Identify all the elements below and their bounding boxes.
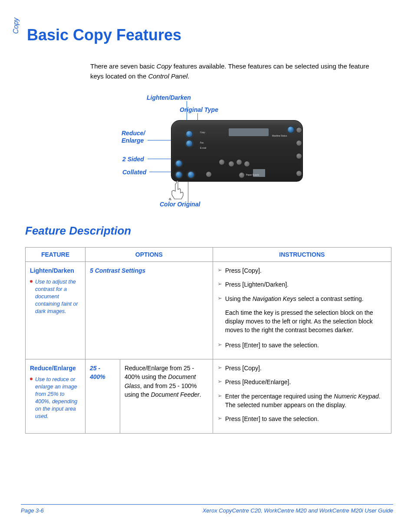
feature-desc: Use to reduce or enlarge an image from 2… bbox=[30, 376, 81, 420]
lead-paragraph: There are seven basic Copy features avai… bbox=[90, 62, 376, 81]
cell-options: 5 Contrast Settings bbox=[85, 262, 213, 359]
instr-step: Press [Copy]. bbox=[217, 364, 387, 372]
lead-copy: Copy bbox=[157, 62, 172, 70]
side-tab: Copy bbox=[12, 18, 20, 34]
option-label: 5 Contrast Settings bbox=[90, 267, 145, 274]
label-reduce-enlarge-b: Enlarge bbox=[122, 137, 144, 144]
instr-note: Each time the key is pressed the selecti… bbox=[217, 308, 387, 335]
option-label: 25 - 400% bbox=[90, 365, 105, 380]
instr-pre: Enter the percentage required using the bbox=[225, 393, 334, 400]
label-collated: Collated bbox=[122, 169, 146, 176]
th-options: OPTIONS bbox=[85, 248, 213, 262]
instr-step: Using the Navigation Keys select a contr… bbox=[217, 294, 387, 303]
opt-it2: Document Feeder bbox=[151, 391, 200, 398]
feature-desc: Use to adjust the contrast for a documen… bbox=[30, 278, 81, 315]
section-heading-feature-description: Feature Description bbox=[25, 224, 393, 238]
label-reduce-enlarge-a: Reduce/ bbox=[122, 130, 145, 137]
label-original-type: Original Type bbox=[180, 106, 218, 113]
th-feature: FEATURE bbox=[26, 248, 85, 262]
instr-step: Press [Enter] to save the selection. bbox=[217, 415, 387, 423]
cell-option-detail: Reduce/Enlarge from 25 - 400% using the … bbox=[120, 359, 213, 433]
instr-step: Press [Reduce/Enlarge]. bbox=[217, 378, 387, 386]
page-title: Basic Copy Features bbox=[27, 26, 393, 44]
instr-step: Press [Copy]. bbox=[217, 266, 387, 275]
instr-it: Navigation Keys bbox=[253, 295, 296, 302]
instr-step: Press [Enter] to save the selection. bbox=[217, 341, 387, 349]
instr-step: Press [Lighten/Darken]. bbox=[217, 280, 387, 289]
cell-instructions: Press [Copy]. Press [Reduce/Enlarge]. En… bbox=[213, 359, 391, 433]
feature-table: FEATURE OPTIONS INSTRUCTIONS Lighten/Dar… bbox=[25, 247, 391, 434]
footer-doc: Xerox CopyCentre C20, WorkCentre M20 and… bbox=[203, 507, 393, 514]
footer-page: Page 3-6 bbox=[21, 507, 44, 514]
lead-cp: Control Panel bbox=[148, 72, 187, 80]
cell-feature: Reduce/Enlarge Use to reduce or enlarge … bbox=[26, 359, 85, 433]
page-footer: Page 3-6 Xerox CopyCentre C20, WorkCentr… bbox=[21, 504, 393, 514]
th-instructions: INSTRUCTIONS bbox=[213, 248, 391, 262]
label-two-sided: 2 Sided bbox=[122, 156, 144, 163]
instr-it: Numeric Keypad bbox=[334, 393, 379, 400]
instr-step: Enter the percentage required using the … bbox=[217, 392, 387, 410]
cell-instructions: Press [Copy]. Press [Lighten/Darken]. Us… bbox=[213, 262, 391, 359]
instr-pre: Using the bbox=[225, 295, 253, 302]
control-panel-figure: Lighten/Darken Original Type Reduce/ Enl… bbox=[90, 94, 393, 211]
opt-c: . bbox=[200, 391, 201, 398]
lead-pre: There are seven basic bbox=[90, 62, 157, 70]
label-color-original: Color Original bbox=[160, 201, 200, 208]
label-lighten-darken: Lighten/Darken bbox=[147, 94, 191, 101]
control-panel-illustration: Copy Fax E-mail Machine Status Paper Sup… bbox=[171, 120, 303, 182]
cell-option-range: 25 - 400% bbox=[85, 359, 120, 433]
table-row: Lighten/Darken Use to adjust the contras… bbox=[26, 262, 391, 359]
table-row: Reduce/Enlarge Use to reduce or enlarge … bbox=[26, 359, 391, 433]
cell-feature: Lighten/Darken Use to adjust the contras… bbox=[26, 262, 85, 359]
lead-post: . bbox=[187, 72, 189, 80]
feature-name: Reduce/Enlarge bbox=[30, 364, 81, 372]
instr-post: select a contrast setting. bbox=[296, 295, 364, 302]
feature-name: Lighten/Darken bbox=[30, 266, 81, 275]
table-header-row: FEATURE OPTIONS INSTRUCTIONS bbox=[26, 248, 391, 262]
hand-icon bbox=[168, 180, 187, 201]
